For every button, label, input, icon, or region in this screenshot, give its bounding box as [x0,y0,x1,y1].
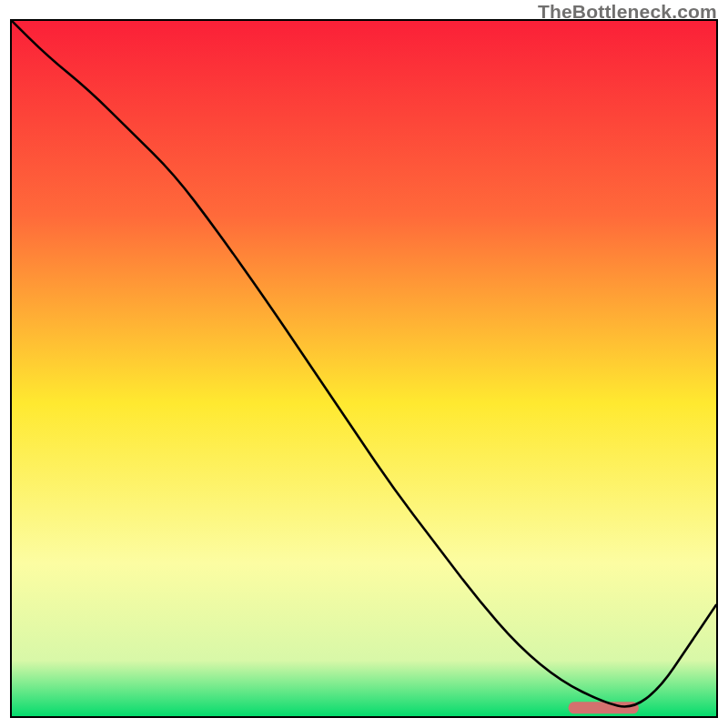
optimal-range-marker [568,702,638,713]
chart-frame [10,19,718,718]
bottleneck-chart [12,21,716,716]
gradient-background [12,21,716,716]
